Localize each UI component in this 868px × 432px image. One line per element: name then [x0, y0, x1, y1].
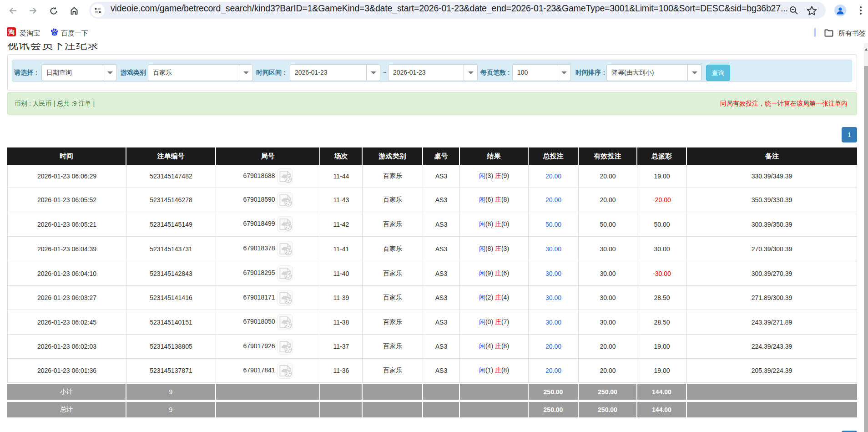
svg-text:du: du [53, 32, 56, 35]
